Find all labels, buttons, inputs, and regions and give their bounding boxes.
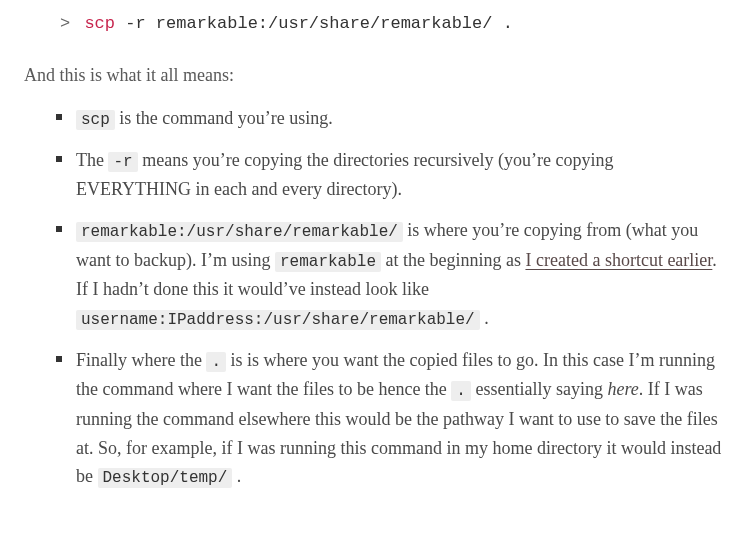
inline-code: . — [451, 381, 471, 401]
prompt-symbol: > — [60, 14, 74, 33]
inline-code: remarkable:/usr/share/remarkable/ — [76, 222, 403, 242]
italic-text: here — [607, 379, 638, 399]
item-text: . — [480, 308, 489, 328]
inline-code: scp — [76, 110, 115, 130]
item-text: essentially saying — [471, 379, 607, 399]
inline-code: . — [206, 352, 226, 372]
lead-paragraph: And this is what it all means: — [24, 61, 726, 90]
inline-code: -r — [108, 152, 137, 172]
command-arguments: -r remarkable:/usr/share/remarkable/ . — [115, 14, 513, 33]
item-text: Finally where the — [76, 350, 206, 370]
list-item: remarkable:/usr/share/remarkable/ is whe… — [56, 210, 726, 340]
inline-code: Desktop/temp/ — [98, 468, 233, 488]
command-name: scp — [84, 14, 115, 33]
shortcut-link[interactable]: I created a shortcut earlier — [525, 250, 712, 270]
command-block: > scp -r remarkable:/usr/share/remarkabl… — [24, 8, 726, 51]
item-text: is the command you’re using. — [115, 108, 333, 128]
item-text: . — [232, 466, 241, 486]
explanation-list: scp is the command you’re using. The -r … — [24, 98, 726, 498]
list-item: Finally where the . is is where you want… — [56, 340, 726, 498]
item-text: at the beginning as — [381, 250, 525, 270]
list-item: scp is the command you’re using. — [56, 98, 726, 140]
inline-code: remarkable — [275, 252, 381, 272]
inline-code: username:IPaddress:/usr/share/remarkable… — [76, 310, 480, 330]
item-text: The — [76, 150, 108, 170]
list-item: The -r means you’re copying the director… — [56, 140, 726, 210]
item-text: means you’re copying the directories rec… — [76, 150, 614, 200]
